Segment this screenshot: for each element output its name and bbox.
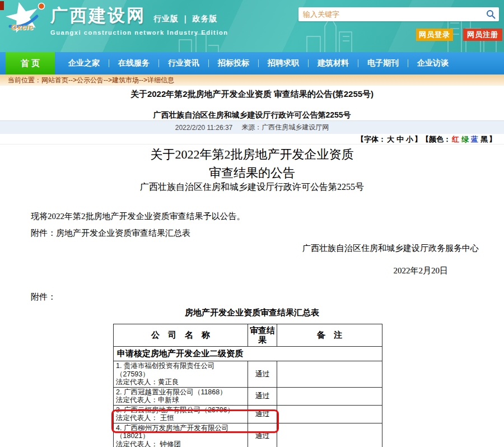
search-input[interactable] [298,7,484,21]
company-name: 1. 贵港市福创投资有限责任公司（27593） [116,362,248,378]
main-nav: 首 页 企业之家 在线服务 行业资讯 招标投标 招聘求职 建筑材料 电子期刊 企… [0,52,504,74]
legal-representative: 法定代表人： 钟修团 [116,440,248,447]
site-title-block: 广西建设网 行业版 ｜ 政务版 Guangxi construction net… [50,4,228,36]
column-header-company: 公 司 名 称 [114,324,248,347]
color-red-button[interactable]: 红 [452,135,459,143]
page-subtitle: 广西壮族自治区住房和城乡建设厅行政许可公告第2255号 [0,110,504,120]
attachment-label: 附件： [31,292,56,302]
company-name: 4. 广西柳州万发房地产开发有限公司（18021） [116,424,248,440]
table-header-row: 公 司 名 称 审查结果 备 注 [114,324,382,347]
publish-datetime: 2022/2/20 11:26:37 [175,124,233,132]
table-title: 房地产开发企业资质审查结果汇总表 [0,308,504,318]
table-row: 3. 广西云恒房地产有限公司（26796） 法定代表人： 王恒 通过 [114,405,382,423]
breadcrumb[interactable]: 当前位置：网站首页-->公示公告-->建筑市场-->详细信息 [0,74,504,86]
review-result: 通过 [248,361,277,388]
nav-item-enterprise-home[interactable]: 企业之家 [59,58,109,68]
company-name: 2. 广西冠越置业有限公司（11868） [116,388,248,397]
logo-text: Gxcic [11,23,34,31]
document-title-line1: 关于2022年第2批房地产开发企业资质 [0,146,504,163]
company-name: 3. 广西云恒房地产有限公司（26796） [116,406,248,415]
member-login-button[interactable]: 网员登录 [416,29,453,41]
font-size-large-button[interactable]: 大 [387,135,394,143]
site-editions[interactable]: 行业版 ｜ 政务版 [153,14,218,24]
site-header: Gxcic 广西建设网 行业版 ｜ 政务版 Guangxi constructi… [0,0,504,52]
result-table: 公 司 名 称 审查结果 备 注 申请核定房地产开发企业二级资质 1. 贵港市福… [113,324,382,447]
table-row: 1. 贵港市福创投资有限责任公司（27593） 法定代表人：黄正良 通过 [114,361,382,388]
note-cell [277,423,382,447]
column-header-result: 审查结果 [248,324,277,347]
content-divider [0,144,504,145]
member-register-button[interactable]: 网员注册 [463,29,502,41]
nav-item-home[interactable]: 首 页 [6,52,55,74]
page: Gxcic 广西建设网 行业版 ｜ 政务版 Guangxi constructi… [0,0,504,447]
table-row-highlighted: 4. 广西柳州万发房地产开发有限公司（18021） 法定代表人： 钟修团 通过 [114,423,382,447]
note-cell [277,405,382,423]
table-row: 2. 广西冠越置业有限公司（11868） 法定代表人：申新球 通过 [114,387,382,405]
section-title: 申请核定房地产开发企业二级资质 [114,347,382,361]
site-subtitle-en: Guangxi construction network Industry Ed… [50,29,228,36]
review-result: 通过 [248,387,277,405]
article-source: 来源：广西住房城乡建设厅网 [241,123,329,132]
note-cell [277,361,382,388]
review-result: 通过 [248,405,277,423]
article-meta-bar: 2022/2/20 11:26:37 来源：广西住房城乡建设厅网 [0,120,504,134]
attachment-reference: 附件：房地产开发企业资质审查结果汇总表 [31,228,190,239]
nav-item-building-materials[interactable]: 建筑材料 [309,58,358,68]
font-color-tools: 【字体：大中小】【颜色：红绿蓝黑】 [357,134,496,145]
color-green-button[interactable]: 绿 [461,135,469,143]
search-icon[interactable] [484,8,497,21]
table-section-row: 申请核定房地产开发企业二级资质 [114,347,382,361]
color-label: 】【颜色： [414,135,451,143]
breadcrumb-marker [0,1,4,10]
column-header-note: 备 注 [277,324,382,347]
font-size-label: 【字体： [357,135,386,143]
nav-item-recruitment[interactable]: 招聘求职 [259,58,308,68]
sign-date: 2022年2月20日 [394,266,449,276]
nav-item-enterprise-interview[interactable]: 企业访谈 [408,58,458,68]
color-black-button[interactable]: 黑 [480,135,488,143]
document-title-line2: 审查结果的公告 [0,165,504,181]
font-size-medium-button[interactable]: 中 [396,135,404,143]
nav-item-bidding[interactable]: 招标投标 [209,58,258,68]
page-title: 关于2022年第2批房地产开发企业资质 审查结果的公告(第2255号) [0,89,504,100]
note-cell [277,387,382,405]
color-blue-button[interactable]: 蓝 [471,135,478,143]
star-logo-icon [3,1,50,38]
nav-item-industry-news[interactable]: 行业资讯 [159,58,208,68]
tools-suffix: 】 [489,135,496,143]
nav-item-e-journal[interactable]: 电子期刊 [358,58,408,68]
search-box [298,7,499,21]
site-name: 广西建设网 [50,4,146,27]
review-result: 通过 [248,423,277,447]
site-logo[interactable]: Gxcic [3,1,50,40]
nav-item-online-service[interactable]: 在线服务 [109,58,158,68]
legal-representative: 法定代表人：黄正良 [116,378,248,387]
issuer-name: 广西壮族自治区住房和城乡建设厅政务服务中心 [302,243,479,254]
document-number: 广西壮族自治区住房和城乡建设厅行政许可公告第2255号 [0,181,504,193]
legal-representative: 法定代表人： 王恒 [116,414,248,422]
document-paragraph: 现将2022年第2批房地产开发企业资质审查结果予以公告。 [31,211,245,222]
font-size-small-button[interactable]: 小 [406,135,413,143]
legal-representative: 法定代表人：申新球 [116,396,248,404]
